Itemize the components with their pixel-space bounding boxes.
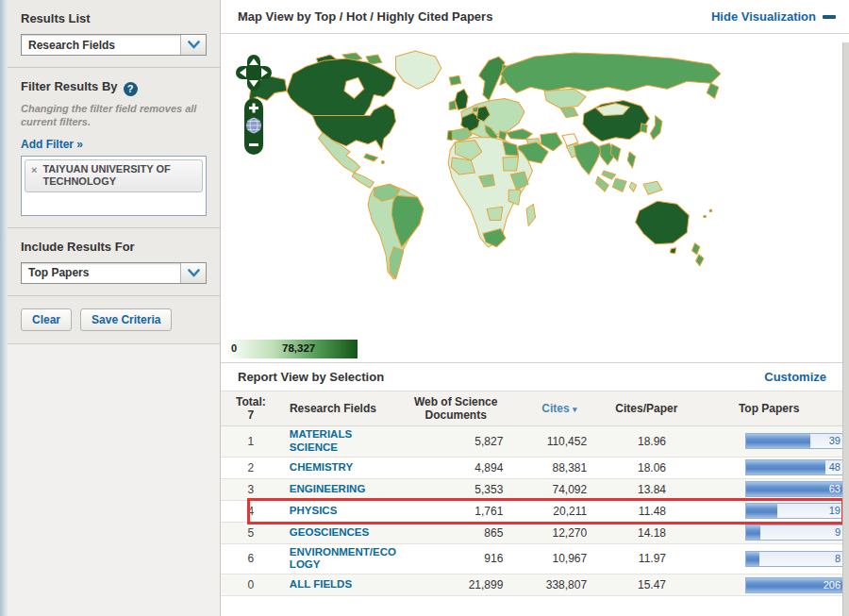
column-header-top-papers[interactable]: Top Papers: [689, 402, 849, 415]
results-list-select[interactable]: Research Fields: [21, 34, 207, 56]
top-papers-value: 8: [835, 553, 841, 564]
wos-documents-cell: 4,894: [397, 461, 515, 474]
column-header-cites-per-paper[interactable]: Cites/Paper: [604, 402, 689, 415]
top-papers-bar-fill: [746, 525, 760, 540]
table-row: 2 CHEMISTRY 4,894 88,381 18.06 48: [221, 458, 849, 479]
remove-filter-icon[interactable]: ×: [31, 164, 37, 175]
sort-descending-icon: ▾: [573, 405, 577, 414]
top-papers-cell: 39: [689, 433, 849, 449]
country-new-zealand: [691, 243, 699, 255]
wos-documents-cell: 5,353: [397, 483, 515, 496]
wos-documents-cell: 21,899: [397, 578, 515, 591]
top-papers-value: 206: [824, 579, 841, 591]
top-papers-value: 48: [829, 461, 841, 473]
country-india: [574, 142, 602, 175]
map-legend: 0 78,327: [227, 340, 358, 358]
sidebar: Results List Research Fields Filter Resu…: [8, 0, 220, 616]
rank-cell: 2: [221, 461, 281, 474]
pan-control: [236, 55, 272, 91]
table-row: 5 GEOSCIENCES 865 12,270 14.18 9: [221, 523, 849, 544]
report-view-header: Report View by Selection Customize: [221, 363, 849, 391]
results-list-selected-value: Research Fields: [22, 39, 115, 52]
top-papers-bar-fill: [746, 434, 810, 448]
active-filters-box: × TAIYUAN UNIVERSITY OF TECHNOLOGY: [21, 156, 207, 216]
scrollbar[interactable]: [842, 42, 849, 616]
column-header-wos-documents[interactable]: Web of Science Documents: [397, 395, 515, 422]
country-japan: [650, 116, 662, 140]
column-header-cites[interactable]: Cites ▾: [515, 402, 605, 415]
top-papers-bar: 48: [745, 459, 849, 475]
cites-cell: 338,807: [514, 578, 604, 591]
top-papers-cell: 9: [689, 524, 849, 541]
top-papers-bar: 206: [745, 577, 849, 593]
total-label: Total:: [221, 395, 281, 408]
wos-documents-cell: 865: [397, 526, 515, 540]
chevron-down-icon: [180, 35, 206, 55]
top-papers-bar-fill: [746, 460, 825, 474]
cites-cell: 20,211: [514, 505, 604, 518]
filter-heading: Filter Results By?: [21, 79, 207, 96]
top-papers-bar-fill: [746, 552, 759, 566]
world-map[interactable]: [247, 45, 841, 283]
column-header-total: Total: 7: [221, 395, 281, 422]
map-area: 0 78,327: [221, 34, 849, 363]
table-row: 3 ENGINEERING 5,353 74,092 13.84 63: [221, 479, 849, 501]
research-field-link[interactable]: PHYSICS: [281, 505, 397, 518]
map-view-title: Map View by Top / Hot / Highly Cited Pap…: [238, 9, 492, 24]
minus-icon: [823, 15, 836, 19]
rank-cell: 4: [221, 505, 281, 518]
country-greenland: [396, 51, 441, 89]
cites-cell: 10,967: [514, 552, 604, 565]
add-filter-link[interactable]: Add Filter »: [21, 138, 83, 151]
rank-cell: 5: [221, 526, 281, 540]
column-header-research-fields[interactable]: Research Fields: [281, 402, 397, 415]
top-papers-bar-fill: [746, 504, 777, 518]
results-list-heading: Results List: [21, 11, 207, 25]
top-papers-bar: 63: [745, 481, 849, 497]
research-field-link[interactable]: ENVIRONMENT/ECOLOGY: [281, 546, 397, 573]
rank-cell: 1: [221, 435, 281, 448]
zoom-control: [244, 98, 263, 155]
top-papers-value: 63: [829, 483, 841, 494]
country-russia: [501, 53, 721, 92]
top-papers-bar: 8: [745, 551, 849, 567]
research-field-link[interactable]: GEOSCIENCES: [281, 526, 397, 540]
top-papers-bar: 9: [745, 524, 849, 541]
top-papers-cell: 19: [689, 503, 849, 519]
cites-cell: 12,270: [514, 526, 604, 540]
legend-max-value: 78,327: [282, 342, 315, 354]
save-criteria-button[interactable]: Save Criteria: [80, 308, 172, 331]
map-controls[interactable]: [236, 55, 272, 160]
filter-section: Filter Results By? Changing the filter f…: [8, 68, 220, 228]
research-field-link[interactable]: ENGINEERING: [281, 483, 397, 496]
rank-cell: 0: [221, 578, 281, 591]
research-field-link[interactable]: CHEMISTRY: [281, 461, 397, 474]
globe-icon: [246, 118, 261, 133]
research-field-link[interactable]: MATERIALS SCIENCE: [281, 428, 397, 455]
include-results-select[interactable]: Top Papers: [21, 262, 207, 284]
include-results-heading: Include Results For: [21, 240, 207, 254]
hide-visualization-link[interactable]: Hide Visualization: [711, 9, 836, 24]
rank-cell: 6: [221, 552, 281, 565]
cites-cell: 88,381: [514, 461, 604, 474]
table-body: 1 MATERIALS SCIENCE 5,827 110,452 18.96 …: [221, 426, 849, 596]
sidebar-buttons: Clear Save Criteria: [8, 296, 220, 343]
wos-documents-cell: 5,827: [397, 435, 515, 448]
zoom-out-button: [249, 143, 258, 146]
cites-cell: 74,092: [514, 483, 604, 496]
help-icon[interactable]: ?: [124, 82, 138, 96]
research-field-link[interactable]: ALL FIELDS: [281, 578, 397, 591]
top-papers-bar: 39: [745, 433, 849, 449]
hide-visualization-label: Hide Visualization: [711, 9, 816, 24]
filter-tag[interactable]: × TAIYUAN UNIVERSITY OF TECHNOLOGY: [25, 159, 203, 193]
table-row: 0 ALL FIELDS 21,899 338,807 15.47 206: [221, 574, 849, 596]
cites-per-paper-cell: 11.48: [604, 505, 689, 518]
customize-link[interactable]: Customize: [764, 370, 826, 384]
cites-per-paper-cell: 15.47: [604, 578, 689, 591]
clear-button[interactable]: Clear: [21, 308, 72, 331]
top-papers-bar: 19: [745, 503, 849, 519]
cites-label: Cites: [541, 402, 569, 415]
total-value: 7: [221, 408, 281, 422]
include-results-section: Include Results For Top Papers: [8, 228, 220, 296]
page-edge: [0, 0, 8, 616]
